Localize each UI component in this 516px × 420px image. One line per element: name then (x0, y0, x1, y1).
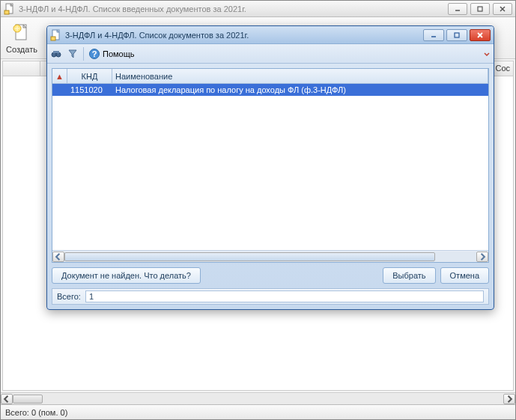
table-scrollbar[interactable] (52, 250, 488, 262)
cell-knd: 1151020 (67, 84, 112, 96)
help-label: Помощь (103, 49, 135, 58)
svg-rect-16 (53, 51, 59, 53)
main-title: 3-НДФЛ и 4-НДФЛ. Список введенных докуме… (19, 4, 448, 13)
total-label: Всего: (57, 292, 81, 301)
column-header-knd[interactable]: КНД (67, 69, 112, 83)
scroll-right-button[interactable] (503, 394, 515, 404)
dialog-titlebar[interactable]: 3-НДФЛ и 4-НДФЛ. Список документов за 20… (47, 26, 494, 44)
dialog-button-row: Документ не найден. Что делать? Выбрать … (52, 267, 489, 284)
scroll-thumb[interactable] (13, 395, 43, 404)
help-icon: ? (88, 48, 100, 60)
document-icon (4, 3, 16, 15)
cancel-button[interactable]: Отмена (440, 267, 489, 284)
svg-rect-1 (4, 10, 9, 14)
svg-text:?: ? (92, 49, 97, 58)
scroll-track[interactable] (13, 394, 503, 404)
svg-rect-9 (51, 37, 55, 40)
not-found-button[interactable]: Документ не найден. Что делать? (52, 267, 201, 284)
binoculars-icon[interactable] (50, 48, 62, 60)
horizontal-scrollbar[interactable] (1, 392, 515, 404)
scroll-left-button[interactable] (1, 394, 13, 404)
sort-indicator[interactable]: ▲ (52, 69, 67, 83)
dialog-toolbar: ? Помощь (47, 44, 494, 64)
total-value: 1 (85, 290, 484, 302)
table-body[interactable]: 1151020 Налоговая декларация по налогу н… (52, 84, 488, 250)
dialog-maximize-button[interactable] (446, 29, 467, 41)
minimize-button[interactable] (448, 3, 467, 15)
dialog-minimize-button[interactable] (423, 29, 444, 41)
dialog-body: ▲ КНД Наименование 1151020 Налоговая дек… (47, 64, 494, 309)
filter-icon[interactable] (67, 48, 79, 60)
close-button[interactable] (493, 3, 512, 15)
scroll-thumb[interactable] (64, 252, 435, 261)
dialog-close-button[interactable] (470, 29, 491, 41)
maximize-button[interactable] (470, 3, 490, 15)
total-row: Всего: 1 (52, 288, 489, 305)
toolbar-overflow-icon[interactable] (483, 50, 491, 58)
document-icon (50, 29, 62, 41)
help-button[interactable]: ? Помощь (88, 48, 135, 60)
document-list-dialog: 3-НДФЛ и 4-НДФЛ. Список документов за 20… (46, 25, 494, 310)
window-controls (448, 3, 512, 15)
main-titlebar: 3-НДФЛ и 4-НДФЛ. Список введенных докуме… (1, 1, 515, 17)
grid-header-cell[interactable] (3, 61, 40, 76)
document-table: ▲ КНД Наименование 1151020 Налоговая дек… (52, 68, 489, 263)
table-header: ▲ КНД Наименование (52, 69, 488, 84)
create-label: Создать (6, 45, 37, 54)
scroll-track[interactable] (64, 252, 476, 262)
toolbar-separator (83, 47, 84, 61)
grid-right-column-label: Сос (495, 64, 510, 73)
select-button[interactable]: Выбрать (383, 267, 435, 284)
cell-name: Налоговая декларация по налогу на доходы… (112, 84, 488, 96)
create-button[interactable]: Создать (4, 20, 40, 56)
dialog-title: 3-НДФЛ и 4-НДФЛ. Список документов за 20… (65, 31, 423, 40)
scroll-right-button[interactable] (476, 252, 488, 262)
status-text: Всего: 0 (пом. 0) (5, 408, 67, 417)
dialog-window-controls (423, 29, 491, 41)
svg-rect-3 (478, 7, 482, 11)
new-document-icon (11, 22, 32, 43)
table-row[interactable]: 1151020 Налоговая декларация по налогу н… (52, 84, 488, 96)
svg-rect-11 (455, 33, 459, 37)
scroll-left-button[interactable] (52, 252, 64, 262)
status-bar: Всего: 0 (пом. 0) (1, 404, 515, 419)
column-header-name[interactable]: Наименование (112, 69, 488, 83)
